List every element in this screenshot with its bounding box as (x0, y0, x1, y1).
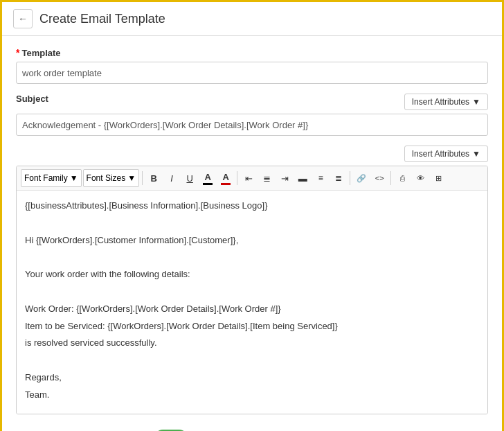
print-button[interactable]: ⎙ (394, 169, 411, 187)
content-line-6 (25, 285, 479, 299)
content-line-4 (25, 250, 479, 265)
insert-attributes-row-editor: Insert Attributes ▼ (16, 146, 488, 162)
content-line-10 (25, 353, 479, 368)
toolbar-divider-1 (142, 171, 143, 185)
subject-field-group: Subject Insert Attributes ▼ (16, 94, 488, 136)
bold-button[interactable]: B (145, 169, 162, 187)
editor-toolbar: Font Family ▼ Font Sizes ▼ B I (17, 166, 487, 191)
subject-row: Subject Insert Attributes ▼ (16, 94, 488, 110)
content-line-8: Item to be Serviced: {[WorkOrders].[Work… (25, 319, 479, 334)
insert-attributes-button-editor[interactable]: Insert Attributes ▼ (404, 146, 488, 162)
subject-label: Subject (16, 94, 48, 104)
subject-input[interactable] (16, 114, 488, 136)
content-line-3: Hi {[WorkOrders].[Customer Information].… (25, 234, 479, 248)
align-left-button[interactable]: ⇤ (240, 169, 257, 187)
font-size-select[interactable]: Font Sizes ▼ (83, 169, 140, 187)
rich-text-editor: Font Family ▼ Font Sizes ▼ B I (16, 166, 488, 414)
code-button[interactable]: <> (371, 169, 388, 187)
align-right-button[interactable]: ⇥ (276, 169, 293, 187)
editor-content-area[interactable]: {[businessAttributes].[Business Informat… (17, 191, 487, 414)
content-line-2 (25, 216, 479, 231)
link-button[interactable]: 🔗 (353, 169, 370, 187)
toolbar-divider-4 (390, 171, 391, 185)
align-justify-button[interactable]: ▬ (294, 169, 311, 187)
list-ordered-button[interactable]: ≣ (330, 169, 347, 187)
font-color-button[interactable]: A (199, 169, 216, 187)
toolbar-divider-3 (350, 171, 350, 185)
modal-body: * Template Subject Insert Attributes ▼ I… (2, 36, 502, 431)
back-button[interactable]: ← (13, 9, 33, 28)
italic-button[interactable]: I (163, 169, 180, 187)
modal-title: Create Email Template (39, 12, 165, 26)
content-line-11: Regards, (25, 371, 479, 385)
font-color-bar (203, 183, 213, 185)
align-center-button[interactable]: ≣ (258, 169, 275, 187)
underline-button[interactable]: U (181, 169, 198, 187)
content-line-1: {[businessAttributes].[Business Informat… (25, 199, 479, 213)
content-line-9: is resolved serviced successfully. (25, 336, 479, 351)
content-line-12: Team. (25, 388, 479, 403)
modal-header: ← Create Email Template (2, 2, 502, 36)
insert-attributes-button-subject[interactable]: Insert Attributes ▼ (404, 94, 488, 110)
compose-email-toggle-row: Available for Compose Email? (16, 424, 488, 431)
list-unordered-button[interactable]: ≡ (312, 169, 329, 187)
content-line-5: Your work order with the following detai… (25, 267, 479, 282)
content-line-7: Work Order: {[WorkOrders].[Work Order De… (25, 302, 479, 317)
template-input[interactable] (16, 62, 488, 84)
table-button[interactable]: ⊞ (430, 169, 447, 187)
template-field-group: * Template (16, 47, 488, 84)
required-indicator: * (16, 47, 19, 58)
bg-color-bar (221, 183, 231, 185)
modal-container: ← Create Email Template * Template Subje… (0, 0, 504, 431)
preview-button[interactable]: 👁 (412, 169, 429, 187)
bg-color-button[interactable]: A (217, 169, 234, 187)
template-label: * Template (16, 47, 488, 58)
font-family-select[interactable]: Font Family ▼ (21, 169, 82, 187)
toolbar-divider-2 (237, 171, 237, 185)
